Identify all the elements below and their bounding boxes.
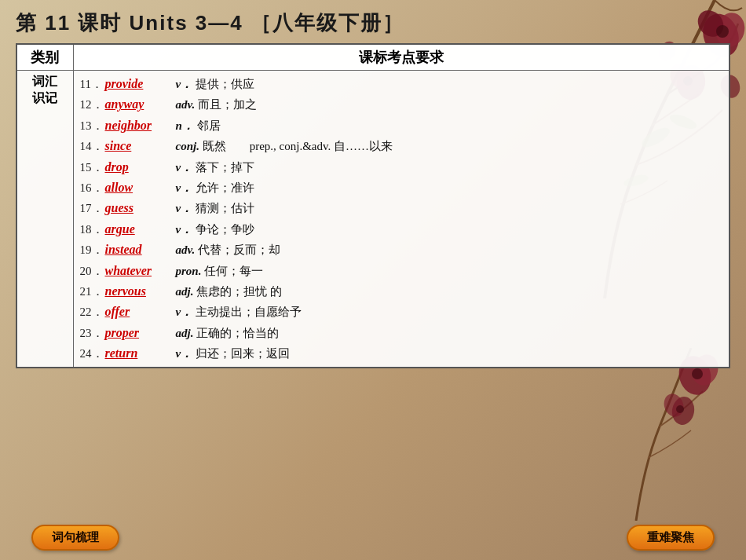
list-item: 12．anyway adv. 而且；加之	[80, 94, 723, 115]
entry-pos: v．	[176, 202, 196, 214]
list-item: 20．whatever pron. 任何；每一	[80, 261, 723, 281]
entry-word: return	[105, 343, 176, 364]
entry-word: since	[105, 136, 176, 156]
entry-definition: v． 猜测；估计	[176, 199, 254, 218]
entry-definition: v． 争论；争吵	[176, 220, 254, 240]
entry-word: instead	[105, 240, 176, 260]
list-item: 24．return v． 归还；回来；返回	[80, 343, 723, 364]
entry-number: 19．	[80, 240, 105, 260]
list-item: 21．nervous adj. 焦虑的；担忧 的	[80, 281, 723, 302]
list-item: 19．instead adv. 代替；反而；却	[80, 240, 723, 260]
entry-word: guess	[105, 198, 176, 218]
list-item: 22．offer v． 主动提出；自愿给予	[80, 302, 723, 322]
entry-pos: conj.	[176, 140, 203, 152]
entry-number: 11．	[80, 75, 105, 94]
entry-word: drop	[105, 157, 176, 178]
entry-pos: adj.	[176, 327, 197, 339]
vocab-review-button[interactable]: 词句梳理	[31, 525, 119, 551]
entry-word: nervous	[105, 281, 176, 302]
table-row-main: 词汇识记 11．provide v． 提供；供应12．anyway adv. 而…	[16, 71, 730, 368]
entry-pos: v．	[176, 223, 196, 236]
page-title: 第 11 课时 Units 3—4 ［八年级下册］	[16, 9, 404, 37]
entry-number: 24．	[80, 344, 105, 364]
entry-word: whatever	[105, 261, 176, 281]
entry-number: 17．	[80, 199, 105, 218]
list-item: 17．guess v． 猜测；估计	[80, 198, 723, 218]
bottom-bar: 词句梳理 重难聚焦	[0, 525, 746, 551]
page-header: 第 11 课时 Units 3—4 ［八年级下册］	[0, 0, 746, 43]
entry-number: 20．	[80, 262, 105, 281]
main-content: 类别 课标考点要求 词汇识记 11．provide v． 提供；供应12．any…	[16, 43, 730, 368]
entry-word: anyway	[105, 94, 176, 115]
entry-pos: n．	[176, 119, 197, 132]
entry-word: proper	[105, 323, 176, 343]
entry-pos: v．	[176, 347, 196, 360]
list-item: 15．drop v． 落下；掉下	[80, 157, 723, 178]
entry-definition: v． 落下；掉下	[176, 158, 254, 178]
entry-definition: adj. 焦虑的；担忧 的	[176, 282, 282, 302]
entry-definition: v． 提供；供应	[176, 75, 254, 94]
entry-pos: v．	[176, 306, 196, 318]
entry-number: 12．	[80, 95, 105, 115]
entry-number: 21．	[80, 282, 105, 302]
list-item: 16．allow v． 允许；准许	[80, 178, 723, 198]
entry-definition: conj. 既然 prep., conj.&adv. 自……以来	[176, 137, 393, 156]
category-cell: 词汇识记	[16, 71, 73, 368]
entry-pos: adv.	[176, 98, 199, 111]
list-item: 14．since conj. 既然 prep., conj.&adv. 自……以…	[80, 136, 723, 156]
entry-definition: adj. 正确的；恰当的	[176, 324, 280, 343]
entry-definition: adv. 代替；反而；却	[176, 240, 281, 260]
key-points-button[interactable]: 重难聚焦	[627, 525, 715, 551]
entry-pos: adv.	[176, 243, 199, 256]
entry-pos: pron.	[176, 265, 205, 277]
vocab-table: 类别 课标考点要求 词汇识记 11．provide v． 提供；供应12．any…	[16, 43, 730, 368]
list-item: 13．neighbor n． 邻居	[80, 115, 723, 136]
vocab-content-cell: 11．provide v． 提供；供应12．anyway adv. 而且；加之1…	[73, 71, 730, 368]
entry-word: argue	[105, 219, 176, 240]
entry-definition: n． 邻居	[176, 116, 221, 136]
list-item: 11．provide v． 提供；供应	[80, 74, 723, 94]
entry-pos: v．	[176, 161, 196, 174]
entry-number: 23．	[80, 324, 105, 343]
col2-header: 课标考点要求	[73, 44, 730, 71]
entry-word: allow	[105, 178, 176, 198]
entry-word: neighbor	[105, 115, 176, 136]
entry-definition: pron. 任何；每一	[176, 262, 264, 281]
entry-number: 13．	[80, 116, 105, 136]
entry-pos: v．	[176, 78, 196, 90]
entry-word: offer	[105, 302, 176, 322]
entry-number: 15．	[80, 158, 105, 178]
entry-pos: adj.	[176, 285, 197, 298]
entry-definition: v． 主动提出；自愿给予	[176, 302, 302, 322]
entry-definition: adv. 而且；加之	[176, 95, 258, 115]
list-item: 18．argue v． 争论；争吵	[80, 219, 723, 240]
entry-definition: v． 允许；准许	[176, 178, 254, 198]
list-item: 23．proper adj. 正确的；恰当的	[80, 323, 723, 343]
entry-number: 16．	[80, 178, 105, 198]
entry-word: provide	[105, 74, 176, 94]
entry-number: 14．	[80, 137, 105, 156]
col1-header: 类别	[16, 44, 73, 71]
entry-number: 18．	[80, 220, 105, 240]
entry-definition: v． 归还；回来；返回	[176, 344, 290, 364]
entry-pos: v．	[176, 181, 196, 194]
entry-number: 22．	[80, 302, 105, 322]
